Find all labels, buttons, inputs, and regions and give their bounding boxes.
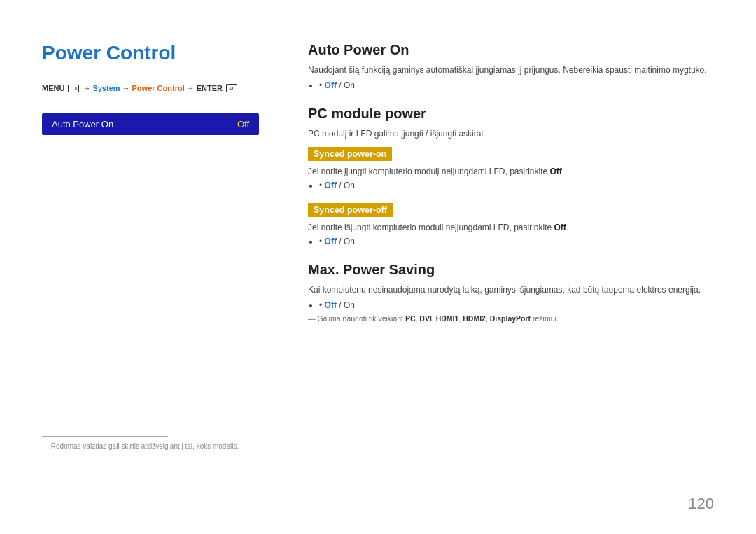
max-power-saving-bullet: Off / On xyxy=(319,300,714,310)
auto-power-on-desc: Naudojant šią funkciją gaminys automatiš… xyxy=(308,64,714,76)
synced-power-on-bullet: Off / On xyxy=(319,181,714,190)
auto-power-on-bullet: Off / On xyxy=(319,80,714,90)
left-panel: Power Control MENU ≡ → System → Power Co… xyxy=(42,42,280,506)
synced-power-off-title: Synced power-off xyxy=(308,203,393,217)
synced-power-off-desc: Jei norite išjungti kompiuterio modulį n… xyxy=(308,221,714,234)
menu-path: MENU ≡ → System → Power Control → ENTER … xyxy=(42,84,259,92)
auto-power-on-label: Auto Power On xyxy=(52,119,113,129)
arrow-1: → xyxy=(83,84,90,92)
footnote-divider xyxy=(42,436,168,437)
enter-icon: ↵ xyxy=(226,84,237,92)
synced-power-on-title: Synced power-on xyxy=(308,147,392,161)
arrow-2: → xyxy=(122,84,130,92)
power-control-link: Power Control xyxy=(132,84,185,92)
page-number: 120 xyxy=(688,495,714,513)
page-title: Power Control xyxy=(42,42,259,64)
max-power-saving-section: Max. Power Saving Kai kompiuteriu nesina… xyxy=(308,262,714,323)
max-power-saving-title: Max. Power Saving xyxy=(308,262,714,278)
pc-module-power-title: PC module power xyxy=(308,106,714,122)
synced-power-on-block: Synced power-on Jei norite įjungti kompi… xyxy=(308,144,714,190)
menu-icon: ≡ xyxy=(68,85,79,92)
auto-power-on-value: Off xyxy=(237,119,249,129)
system-link: System xyxy=(92,84,120,92)
synced-power-off-bullet: Off / On xyxy=(319,237,714,246)
pc-module-power-desc: PC modulį ir LFD galima įjungti / išjung… xyxy=(308,127,714,140)
right-panel: Auto Power On Naudojant šią funkciją gam… xyxy=(280,42,714,506)
pc-module-power-section: PC module power PC modulį ir LFD galima … xyxy=(308,106,714,246)
enter-label: ENTER xyxy=(197,84,223,92)
menu-label: MENU xyxy=(42,84,64,92)
auto-power-on-section: Auto Power On Naudojant šią funkciją gam… xyxy=(308,42,714,90)
auto-power-on-item[interactable]: Auto Power On Off xyxy=(42,113,259,135)
max-power-saving-note: ― Galima naudoti tik veikiant PC, DVI, H… xyxy=(308,314,714,323)
footnote-text: ― Rodomas vaizdas gali skirtis atsižvelg… xyxy=(42,442,259,450)
auto-power-on-title: Auto Power On xyxy=(308,42,714,58)
synced-power-off-block: Synced power-off Jei norite išjungti kom… xyxy=(308,200,714,246)
left-footnote: ― Rodomas vaizdas gali skirtis atsižvelg… xyxy=(42,436,259,450)
synced-power-on-desc: Jei norite įjungti kompiuterio modulį ne… xyxy=(308,165,714,178)
arrow-3: → xyxy=(187,84,195,92)
max-power-saving-desc: Kai kompiuteriu nesinaudojama nurodytą l… xyxy=(308,283,714,296)
